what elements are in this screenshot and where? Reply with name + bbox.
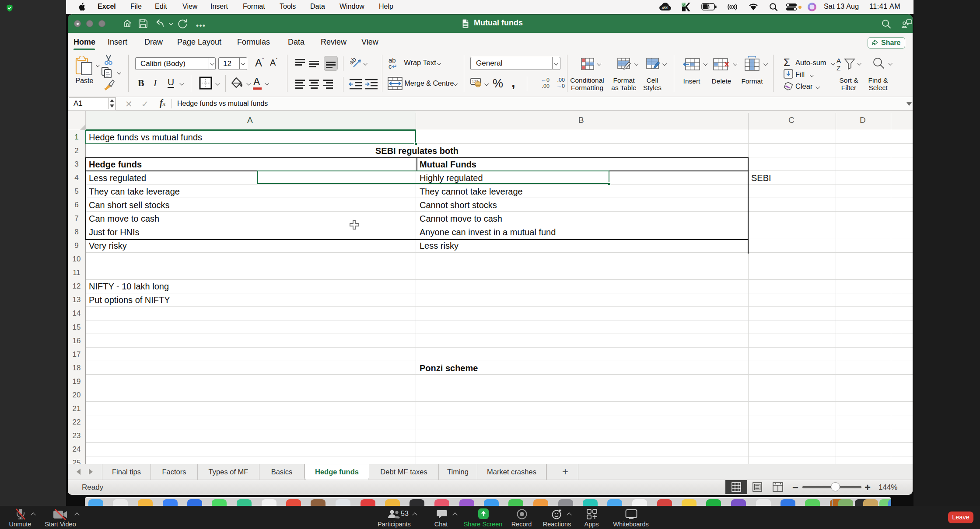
svg-text:459: 459 xyxy=(662,6,668,10)
